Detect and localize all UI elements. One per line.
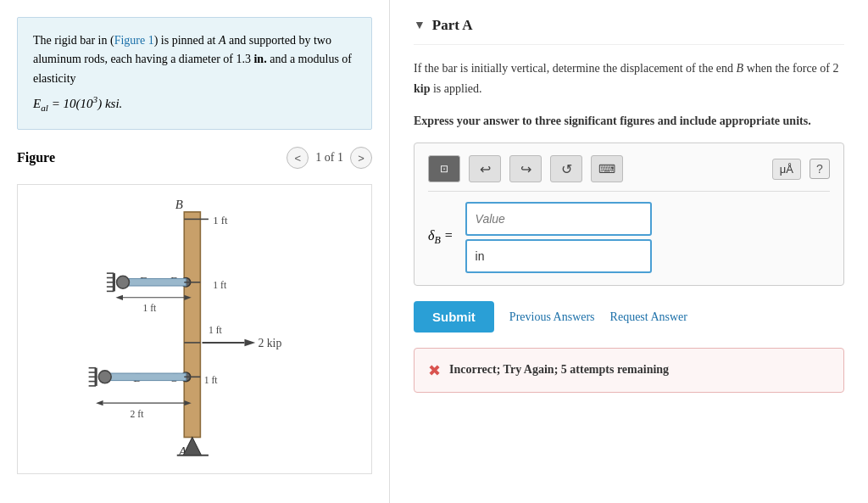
svg-marker-24 xyxy=(244,339,255,347)
submit-button[interactable]: Submit xyxy=(414,301,494,333)
svg-marker-39 xyxy=(96,400,103,405)
value-input[interactable] xyxy=(465,202,652,236)
input-row: δB = xyxy=(428,202,830,273)
formula-end: ) ksi. xyxy=(97,97,122,110)
unit-input[interactable] xyxy=(465,239,652,273)
action-row: Submit Previous Answers Request Answer xyxy=(414,301,844,333)
figure-link[interactable]: Figure 1 xyxy=(114,34,154,47)
stmt-2: when the force of 2 xyxy=(743,62,838,75)
request-answer-link[interactable]: Request Answer xyxy=(610,310,687,324)
previous-answers-link[interactable]: Previous Answers xyxy=(509,310,595,324)
formula-rest: = 10(10 xyxy=(48,97,93,110)
emphasis-text: Express your answer to three significant… xyxy=(414,115,811,127)
svg-text:1 ft: 1 ft xyxy=(208,325,222,336)
diagram-svg: B 1 ft A E F xyxy=(51,185,339,473)
undo-button[interactable]: ↩ xyxy=(469,155,501,182)
mu-button[interactable]: μÅ xyxy=(772,159,801,180)
svg-rect-10 xyxy=(120,279,186,287)
matrix-button[interactable]: ⊡ xyxy=(428,155,460,182)
problem-statement: If the bar is initially vertical, determ… xyxy=(414,59,844,99)
svg-text:1 ft: 1 ft xyxy=(142,303,157,314)
collapse-arrow-icon[interactable]: ▼ xyxy=(414,19,426,32)
emphasis-statement: Express your answer to three significant… xyxy=(414,111,844,131)
undo-icon: ↩ xyxy=(480,161,491,177)
redo-icon: ↪ xyxy=(520,161,531,177)
svg-marker-19 xyxy=(115,295,123,300)
matrix-icon: ⊡ xyxy=(440,163,448,175)
problem-description: The rigid bar in (Figure 1) is pinned at… xyxy=(17,17,372,130)
svg-point-11 xyxy=(116,276,129,288)
equals-sign: = xyxy=(444,228,453,243)
figure-navigation: < 1 of 1 > xyxy=(287,147,372,169)
svg-text:2 ft: 2 ft xyxy=(130,409,144,420)
stmt-1: If the bar is initially vertical, determ… xyxy=(414,62,737,75)
part-header: ▼ Part A xyxy=(414,17,844,45)
svg-text:2 kip: 2 kip xyxy=(258,337,281,349)
error-icon: ✖ xyxy=(428,361,441,380)
reset-button[interactable]: ↺ xyxy=(550,155,582,182)
input-stack xyxy=(465,202,652,273)
stmt-3: is applied. xyxy=(430,82,481,95)
keyboard-button[interactable]: ⌨ xyxy=(591,155,623,182)
point-b-label: B xyxy=(737,62,744,75)
kip-label: kip xyxy=(414,82,430,95)
error-text: Incorrect; Try Again; 5 attempts remaini… xyxy=(449,360,669,378)
reset-icon: ↺ xyxy=(561,161,572,177)
figure-count: 1 of 1 xyxy=(315,151,343,165)
keyboard-icon: ⌨ xyxy=(598,162,615,176)
problem-text-2: ) is pinned at xyxy=(154,34,219,47)
right-panel: ▼ Part A If the bar is initially vertica… xyxy=(390,0,868,503)
figure-header: Figure < 1 of 1 > xyxy=(17,147,372,174)
delta-label: δB = xyxy=(428,228,453,247)
figure-diagram: B 1 ft A E F xyxy=(17,184,372,474)
redo-button[interactable]: ↪ xyxy=(509,155,542,182)
formula-display: Eal = 10(103) ksi. xyxy=(33,92,356,115)
svg-point-31 xyxy=(98,371,111,383)
part-title: Part A xyxy=(432,17,473,34)
formula-sub: al xyxy=(41,103,48,113)
svg-rect-30 xyxy=(103,373,186,381)
svg-text:1 ft: 1 ft xyxy=(213,280,227,291)
svg-text:B: B xyxy=(175,198,182,211)
svg-text:1 ft: 1 ft xyxy=(213,215,228,226)
formula-e: E xyxy=(33,97,41,110)
delta-sub: B xyxy=(434,234,440,246)
answer-toolbar: ⊡ ↩ ↪ ↺ ⌨ μÅ ? xyxy=(428,155,830,192)
figure-prev-button[interactable]: < xyxy=(287,147,309,169)
problem-text-1: The rigid bar in ( xyxy=(33,34,114,47)
figure-next-button[interactable]: > xyxy=(350,147,372,169)
svg-text:1 ft: 1 ft xyxy=(203,375,218,386)
error-box: ✖ Incorrect; Try Again; 5 attempts remai… xyxy=(414,348,844,393)
left-panel: The rigid bar in (Figure 1) is pinned at… xyxy=(0,0,390,503)
unit-in: in. xyxy=(253,53,266,65)
figure-title: Figure xyxy=(17,150,55,165)
answer-input-box: ⊡ ↩ ↪ ↺ ⌨ μÅ ? δB = xyxy=(414,143,844,286)
help-button[interactable]: ? xyxy=(810,159,830,179)
